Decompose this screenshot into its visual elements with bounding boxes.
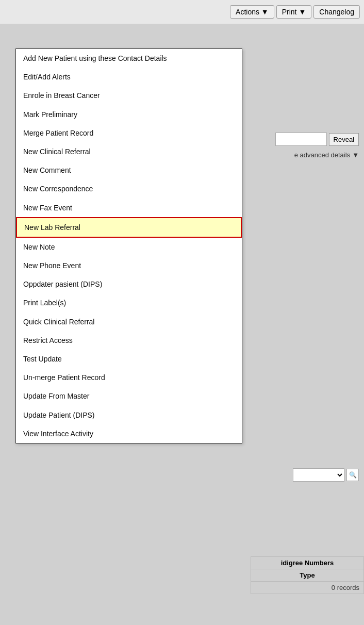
print-button[interactable]: Print ▼ [276, 5, 312, 19]
search-button[interactable]: 🔍 [346, 469, 359, 481]
menu-item-12[interactable]: Oppdater pasient (DIPS) [16, 275, 242, 293]
reveal-input[interactable] [275, 133, 327, 146]
menu-item-20[interactable]: View Interface Activity [16, 424, 242, 443]
search-select[interactable] [293, 468, 344, 482]
menu-item-1[interactable]: Edit/Add Alerts [16, 68, 242, 86]
menu-item-8[interactable]: New Fax Event [16, 199, 242, 217]
print-label: Print ▼ [282, 8, 306, 16]
pedigree-table: idigree Numbers Type 0 records [251, 556, 364, 594]
menu-item-14[interactable]: Quick Clinical Referral [16, 313, 242, 331]
menu-item-6[interactable]: New Comment [16, 161, 242, 179]
actions-dropdown-menu: Add New Patient using these Contact Deta… [15, 48, 242, 443]
menu-item-4[interactable]: Merge Patient Record [16, 124, 242, 142]
actions-label: Actions ▼ [236, 8, 269, 16]
menu-item-3[interactable]: Mark Preliminary [16, 105, 242, 124]
menu-item-13[interactable]: Print Label(s) [16, 293, 242, 312]
chevron-down-icon: ▼ [352, 151, 359, 159]
menu-item-17[interactable]: Un-merge Patient Record [16, 368, 242, 387]
menu-item-9[interactable]: New Lab Referral [16, 217, 242, 238]
menu-item-15[interactable]: Restrict Access [16, 331, 242, 350]
menu-item-16[interactable]: Test Update [16, 350, 242, 368]
menu-item-11[interactable]: New Phone Event [16, 256, 242, 275]
main-content: Add New Patient using these Contact Deta… [0, 24, 364, 625]
menu-item-2[interactable]: Enrole in Breast Cancer [16, 86, 242, 105]
search-icon: 🔍 [349, 471, 357, 479]
reveal-button[interactable]: Reveal [329, 133, 359, 146]
form-area: Reveal e advanced details ▼ 🔍 [240, 24, 364, 487]
table-footer: 0 records [251, 582, 364, 594]
reveal-row: Reveal [245, 133, 359, 146]
advanced-details-label: e advanced details [294, 151, 350, 159]
menu-item-18[interactable]: Update From Master [16, 387, 242, 405]
table-header: idigree Numbers [251, 556, 364, 569]
table-subheader: Type [251, 569, 364, 582]
actions-button[interactable]: Actions ▼ [230, 5, 274, 19]
menu-item-19[interactable]: Update Patient (DIPS) [16, 406, 242, 424]
changelog-button[interactable]: Changelog [313, 5, 360, 19]
toolbar: Actions ▼ Print ▼ Changelog [0, 0, 364, 24]
menu-item-10[interactable]: New Note [16, 238, 242, 256]
search-row: 🔍 [245, 468, 359, 482]
changelog-label: Changelog [319, 8, 354, 16]
advanced-details-row: e advanced details ▼ [245, 151, 359, 159]
menu-item-7[interactable]: New Correspondence [16, 179, 242, 198]
menu-item-0[interactable]: Add New Patient using these Contact Deta… [16, 49, 242, 68]
menu-item-5[interactable]: New Clinical Referral [16, 142, 242, 161]
left-border [0, 48, 15, 625]
